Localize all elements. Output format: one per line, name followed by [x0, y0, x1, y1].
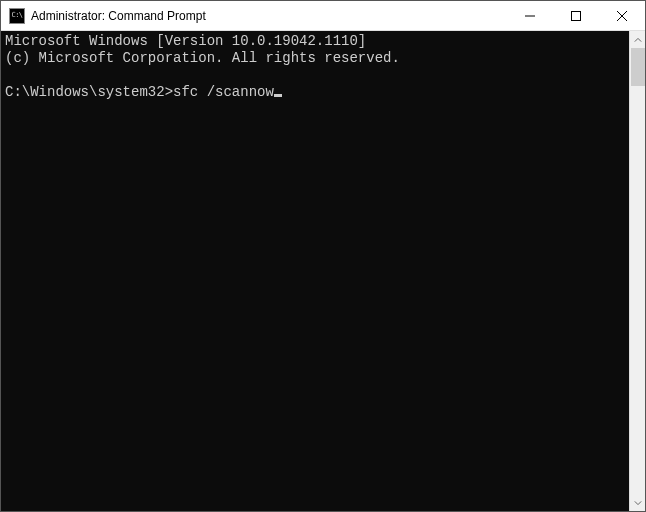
scroll-thumb[interactable]	[631, 48, 645, 86]
maximize-icon	[571, 11, 581, 21]
minimize-icon	[525, 11, 535, 21]
window-controls	[507, 1, 645, 30]
close-button[interactable]	[599, 1, 645, 30]
svg-rect-1	[572, 11, 581, 20]
vertical-scrollbar[interactable]	[629, 31, 645, 511]
cmd-icon: C:\	[9, 8, 25, 24]
scroll-up-button[interactable]	[630, 31, 645, 48]
chevron-down-icon	[634, 499, 642, 507]
scroll-down-button[interactable]	[630, 494, 645, 511]
chevron-up-icon	[634, 36, 642, 44]
prompt-text: C:\Windows\system32>	[5, 84, 173, 100]
output-line: (c) Microsoft Corporation. All rights re…	[5, 50, 400, 66]
console-area: Microsoft Windows [Version 10.0.19042.11…	[1, 31, 645, 511]
minimize-button[interactable]	[507, 1, 553, 30]
command-prompt-window: C:\ Administrator: Command Prompt Micros…	[0, 0, 646, 512]
output-line: Microsoft Windows [Version 10.0.19042.11…	[5, 33, 366, 49]
maximize-button[interactable]	[553, 1, 599, 30]
command-input[interactable]: sfc /scannow	[173, 84, 274, 100]
window-title: Administrator: Command Prompt	[31, 9, 206, 23]
close-icon	[617, 11, 627, 21]
titlebar[interactable]: C:\ Administrator: Command Prompt	[1, 1, 645, 31]
text-cursor	[274, 94, 282, 97]
titlebar-left: C:\ Administrator: Command Prompt	[1, 8, 206, 24]
console-output[interactable]: Microsoft Windows [Version 10.0.19042.11…	[1, 31, 629, 511]
